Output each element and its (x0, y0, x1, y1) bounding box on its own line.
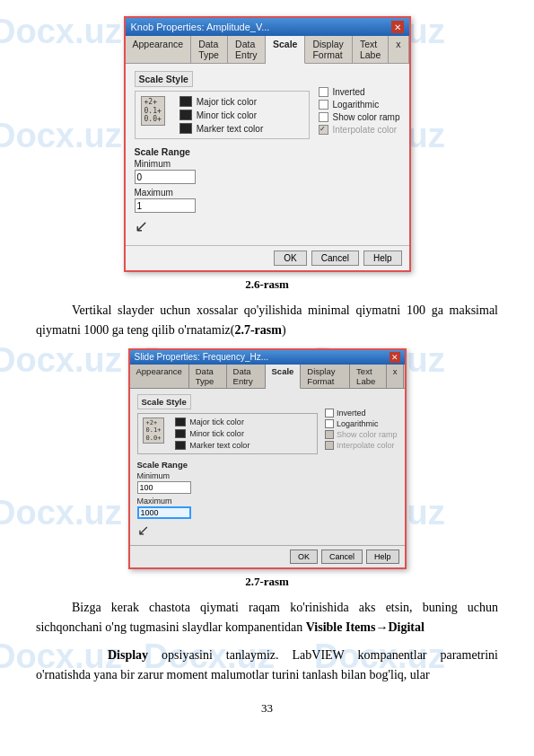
dialog1-title: Knob Properties: Amplitude_V... (131, 22, 270, 32)
marker-text2: Marker text color (175, 441, 249, 450)
visible-items-label: Visible Items (306, 620, 376, 634)
dialog2-close-button[interactable]: ✕ (390, 352, 400, 363)
dialog1: Knob Properties: Amplitude_V... ✕ Appear… (124, 16, 411, 272)
interpolate2-label: Interpolate color (337, 441, 395, 450)
interpolate2-checkbox[interactable] (325, 441, 334, 450)
logarithmic-checkbox[interactable] (319, 100, 328, 110)
screenshot2-wrap: Slide Properties: Frequency_Hz... ✕ Appe… (36, 348, 498, 569)
help-button[interactable]: Help (363, 251, 402, 266)
tab-x[interactable]: x (389, 36, 408, 63)
inverted-checkbox[interactable] (319, 87, 328, 97)
scale-style-box: +2+0.1+0.0+ Major tick color Minor tick … (135, 91, 311, 139)
minor-tick-label: Minor tick color (197, 110, 257, 120)
interpolate2-row: Interpolate color (325, 441, 398, 450)
tick-box-1: +2+0.1+0.0+ (141, 96, 165, 126)
tab-dataentry[interactable]: Data Entry (228, 36, 266, 63)
color-items2: Major tick color Minor tick color Marker… (175, 418, 249, 450)
dialog1-close-button[interactable]: ✕ (391, 21, 404, 33)
marker-label2: Marker text color (189, 441, 249, 450)
dialog2: Slide Properties: Frequency_Hz... ✕ Appe… (128, 348, 407, 569)
scale-range2: Scale Range Minimum Maximum ↙ (137, 460, 398, 539)
tab2-x[interactable]: x (387, 365, 405, 388)
help2-button[interactable]: Help (366, 549, 399, 564)
tab-appearance[interactable]: Appearance (126, 36, 192, 63)
dialog2-tabs: Appearance Data Type Data Entry Scale Di… (130, 365, 405, 389)
minor-swatch2[interactable] (175, 429, 186, 438)
logarithmic-label: Logarithmic (332, 100, 379, 110)
body-text-1b: ) (282, 323, 286, 337)
marker-text-label: Marker text color (197, 124, 263, 134)
logarithmic2-checkbox[interactable] (325, 419, 334, 428)
arrow-icon: → (375, 620, 388, 634)
minimum2-input[interactable] (137, 481, 191, 494)
inverted-row: Inverted (319, 87, 399, 97)
tab2-dataentry[interactable]: Data Entry (227, 365, 266, 388)
interpolatecolor-label: Interpolate color (332, 125, 397, 135)
dialog2-body: Scale Style +2+0.1+0.0+ Major tick color (130, 389, 405, 545)
tab2-appearance[interactable]: Appearance (130, 365, 189, 388)
inverted2-checkbox[interactable] (325, 409, 334, 418)
tab2-displayformat[interactable]: Display Format (301, 365, 350, 388)
showcolorramp-checkbox[interactable] (319, 112, 328, 122)
tick-preview2: +2+0.1+0.0+ (143, 418, 165, 444)
minor-tick-swatch[interactable] (179, 110, 192, 120)
tab2-textlabel[interactable]: Text Labe (350, 365, 387, 388)
dialog1-body: Scale Style +2+0.1+0.0+ Major tick color (126, 64, 409, 245)
interpolatecolor-row: Interpolate color (319, 125, 399, 135)
body-text-2b: opsiyasini tanlaymiz. LabVIEW kompanentl… (36, 648, 498, 681)
scale-style-label2: Scale Style (137, 394, 191, 409)
logarithmic-row: Logarithmic (319, 100, 399, 110)
minor-label2: Minor tick color (189, 429, 244, 438)
cursor-indicator2: ↙ (137, 522, 398, 539)
figure-caption-2: 2.7-rasm (36, 575, 498, 589)
cursor-indicator: ↙ (135, 216, 400, 236)
tab-textlabel[interactable]: Text Labe (353, 36, 389, 63)
body-paragraph-1: Vertikal slayder uchun xossalar qo'yilis… (36, 301, 498, 341)
tab2-scale[interactable]: Scale (266, 365, 302, 389)
maximum-input[interactable] (135, 198, 196, 213)
major-tick-color-row: Major tick color (179, 96, 263, 107)
major-tick-label: Major tick color (197, 97, 257, 107)
options-col2: Inverted Logarithmic Show color ramp (325, 409, 398, 450)
tab-displayformat[interactable]: Display Format (305, 36, 352, 63)
major-label2: Major tick color (189, 418, 244, 426)
logarithmic2-label: Logarithmic (337, 419, 379, 428)
min-label2: Minimum (137, 471, 398, 480)
interpolatecolor-checkbox[interactable] (319, 125, 328, 135)
color-items: Major tick color Minor tick color Marker… (179, 96, 263, 134)
inverted2-row: Inverted (325, 409, 398, 418)
marker-swatch2[interactable] (175, 441, 186, 450)
marker-text-swatch[interactable] (179, 123, 192, 134)
cancel-button[interactable]: Cancel (311, 251, 359, 266)
ok2-button[interactable]: OK (290, 549, 318, 564)
maximum2-input[interactable] (137, 506, 191, 519)
tab-datatype[interactable]: Data Type (191, 36, 228, 63)
dialog1-tabs: Appearance Data Type Data Entry Scale Di… (126, 36, 409, 64)
tab-scale[interactable]: Scale (266, 36, 305, 64)
minimum-input[interactable] (135, 170, 196, 184)
dialog2-footer: OK Cancel Help (130, 545, 405, 567)
body-paragraph-3: Display opsiyasini tanlaymiz. LabVIEW ko… (36, 646, 498, 686)
inverted2-label: Inverted (337, 409, 366, 418)
ok-button[interactable]: OK (274, 251, 306, 266)
showcolorramp-label: Show color ramp (332, 112, 399, 122)
showcolorramp2-checkbox[interactable] (325, 430, 334, 439)
cancel2-button[interactable]: Cancel (321, 549, 363, 564)
screenshot1-wrap: Knob Properties: Amplitude_V... ✕ Appear… (36, 16, 498, 272)
display-label: Display (108, 648, 148, 662)
major-tick-swatch[interactable] (179, 96, 192, 107)
maximum-label: Maximum (135, 188, 400, 198)
max-label2: Maximum (137, 497, 398, 505)
major-swatch2[interactable] (175, 418, 186, 426)
minor-tick-color-row: Minor tick color (179, 110, 263, 120)
inverted-label: Inverted (332, 87, 364, 97)
tab2-datatype[interactable]: Data Type (189, 365, 227, 388)
digital-display-label: Digital (388, 620, 424, 634)
scale-range-label: Scale Range (135, 146, 400, 157)
scale-style-box2: +2+0.1+0.0+ Major tick color Minor tick … (137, 413, 318, 454)
dialog2-title: Slide Properties: Frequency_Hz... (135, 352, 269, 362)
dialog2-titlebar: Slide Properties: Frequency_Hz... ✕ (130, 350, 405, 365)
page-number: 33 (36, 701, 498, 716)
page-content: Knob Properties: Amplitude_V... ✕ Appear… (0, 0, 534, 743)
showcolorramp-row: Show color ramp (319, 112, 399, 122)
